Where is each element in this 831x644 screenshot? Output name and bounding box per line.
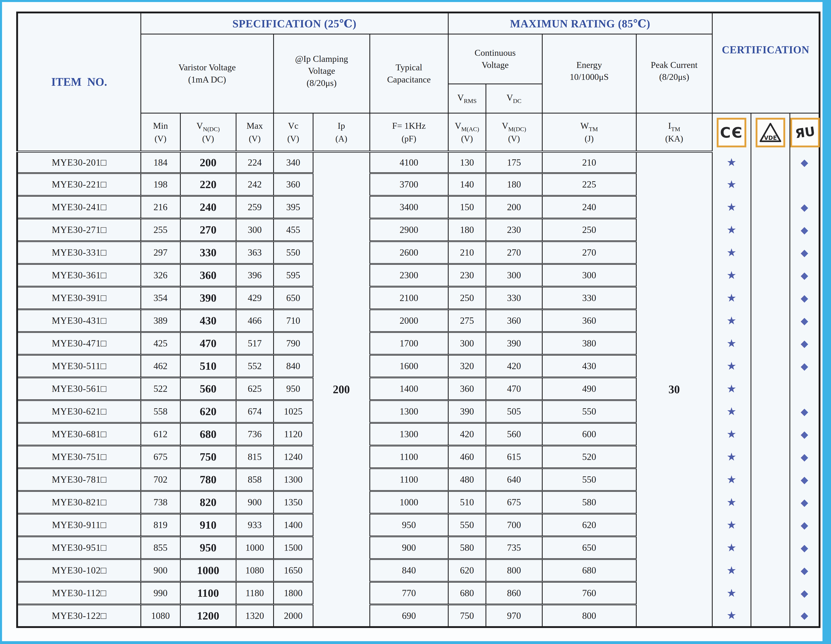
cell-min: 216 bbox=[141, 196, 180, 218]
cell-ul-diamond: ◆ bbox=[790, 491, 820, 514]
cell-ce-star: ★ bbox=[712, 218, 751, 241]
cell-item-no: MYE30-221□ bbox=[17, 173, 141, 196]
ul-mark-icon: ЯU bbox=[790, 113, 820, 151]
cell-ul-diamond bbox=[790, 378, 820, 400]
varistor-spec-table: ITEM NO. SPECIFICATION (25℃) MAXIMUN RAT… bbox=[16, 11, 820, 628]
cell-ul-diamond: ◆ bbox=[790, 446, 820, 468]
cell-vde bbox=[751, 536, 790, 559]
cell-min: 990 bbox=[141, 582, 180, 604]
cell-item-no: MYE30-621□ bbox=[17, 400, 141, 423]
cell-max: 466 bbox=[236, 309, 274, 332]
cell-ul-diamond: ◆ bbox=[790, 468, 820, 491]
cell-vde bbox=[751, 446, 790, 468]
cell-capacitance: 2300 bbox=[370, 264, 448, 287]
cell-vmac: 180 bbox=[448, 218, 486, 241]
cell-vde bbox=[751, 559, 790, 582]
cell-ce-star: ★ bbox=[712, 332, 751, 355]
cell-min: 425 bbox=[141, 332, 180, 355]
cell-wtm: 250 bbox=[542, 218, 636, 241]
cell-vc: 360 bbox=[274, 173, 313, 196]
cell-vndc: 1000 bbox=[180, 559, 236, 582]
cell-wtm: 330 bbox=[542, 287, 636, 309]
cell-min: 326 bbox=[141, 264, 180, 287]
cell-ce-star: ★ bbox=[712, 355, 751, 378]
cell-vmdc: 420 bbox=[486, 355, 542, 378]
cell-item-no: MYE30-561□ bbox=[17, 378, 141, 400]
cell-capacitance: 840 bbox=[370, 559, 448, 582]
cell-capacitance: 2000 bbox=[370, 309, 448, 332]
vdc-header: VDC bbox=[486, 84, 542, 113]
scanned-datasheet-page: ITEM NO. SPECIFICATION (25℃) MAXIMUN RAT… bbox=[0, 0, 831, 644]
cell-item-no: MYE30-112□ bbox=[17, 582, 141, 604]
cell-capacitance: 1400 bbox=[370, 378, 448, 400]
cell-max: 674 bbox=[236, 400, 274, 423]
cell-vde bbox=[751, 400, 790, 423]
cell-vmac: 550 bbox=[448, 514, 486, 536]
cell-capacitance: 900 bbox=[370, 536, 448, 559]
cell-vc: 550 bbox=[274, 241, 313, 264]
cell-max: 1080 bbox=[236, 559, 274, 582]
cell-vc: 1240 bbox=[274, 446, 313, 468]
cell-capacitance: 2100 bbox=[370, 287, 448, 309]
cell-wtm: 210 bbox=[542, 151, 636, 173]
cell-vndc: 470 bbox=[180, 332, 236, 355]
cell-vmac: 510 bbox=[448, 491, 486, 514]
cell-ce-star: ★ bbox=[712, 446, 751, 468]
cell-vndc: 1100 bbox=[180, 582, 236, 604]
col-header-freq: F= 1KHz (pF) bbox=[370, 113, 448, 151]
cell-vde bbox=[751, 241, 790, 264]
cell-vmdc: 180 bbox=[486, 173, 542, 196]
cell-max: 933 bbox=[236, 514, 274, 536]
cell-max: 815 bbox=[236, 446, 274, 468]
cell-vmdc: 970 bbox=[486, 604, 542, 627]
cell-vmac: 360 bbox=[448, 378, 486, 400]
cell-item-no: MYE30-781□ bbox=[17, 468, 141, 491]
cell-vndc: 330 bbox=[180, 241, 236, 264]
cell-capacitance: 690 bbox=[370, 604, 448, 627]
cell-vmac: 320 bbox=[448, 355, 486, 378]
col-header-vmac: VM(AC) (V) bbox=[448, 113, 486, 151]
cell-wtm: 225 bbox=[542, 173, 636, 196]
cell-vndc: 750 bbox=[180, 446, 236, 468]
cell-vde bbox=[751, 604, 790, 627]
cell-item-no: MYE30-201□ bbox=[17, 151, 141, 173]
cell-item-no: MYE30-102□ bbox=[17, 559, 141, 582]
cell-vmdc: 175 bbox=[486, 151, 542, 173]
cell-vmac: 580 bbox=[448, 536, 486, 559]
cell-vndc: 780 bbox=[180, 468, 236, 491]
cell-item-no: MYE30-471□ bbox=[17, 332, 141, 355]
continuous-voltage-header: Continuous Voltage bbox=[448, 34, 542, 84]
cell-capacitance: 1300 bbox=[370, 400, 448, 423]
cell-ul-diamond: ◆ bbox=[790, 536, 820, 559]
cell-ce-star: ★ bbox=[712, 514, 751, 536]
cell-vde bbox=[751, 378, 790, 400]
cell-vde bbox=[751, 218, 790, 241]
cell-ce-star: ★ bbox=[712, 491, 751, 514]
cell-vc: 1800 bbox=[274, 582, 313, 604]
cell-vc: 710 bbox=[274, 309, 313, 332]
cell-vmac: 390 bbox=[448, 400, 486, 423]
cell-vndc: 950 bbox=[180, 536, 236, 559]
cell-min: 855 bbox=[141, 536, 180, 559]
cell-ce-star: ★ bbox=[712, 536, 751, 559]
cell-vmac: 230 bbox=[448, 264, 486, 287]
cell-vmdc: 675 bbox=[486, 491, 542, 514]
cell-vndc: 560 bbox=[180, 378, 236, 400]
cell-vc: 1500 bbox=[274, 536, 313, 559]
cell-vmdc: 640 bbox=[486, 468, 542, 491]
cell-max: 517 bbox=[236, 332, 274, 355]
cell-vmdc: 270 bbox=[486, 241, 542, 264]
cell-capacitance: 1600 bbox=[370, 355, 448, 378]
cell-max: 224 bbox=[236, 151, 274, 173]
cell-vc: 650 bbox=[274, 287, 313, 309]
table-body: MYE30-201□ 184 200 224 340 200 4100 130 … bbox=[17, 151, 820, 627]
cell-ul-diamond: ◆ bbox=[790, 332, 820, 355]
col-header-vmdc: VM(DC) (V) bbox=[486, 113, 542, 151]
cell-wtm: 520 bbox=[542, 446, 636, 468]
table-row: MYE30-201□ 184 200 224 340 200 4100 130 … bbox=[17, 151, 820, 173]
cell-ul-diamond: ◆ bbox=[790, 559, 820, 582]
cell-wtm: 240 bbox=[542, 196, 636, 218]
cell-wtm: 550 bbox=[542, 468, 636, 491]
cell-ce-star: ★ bbox=[712, 287, 751, 309]
cell-min: 389 bbox=[141, 309, 180, 332]
